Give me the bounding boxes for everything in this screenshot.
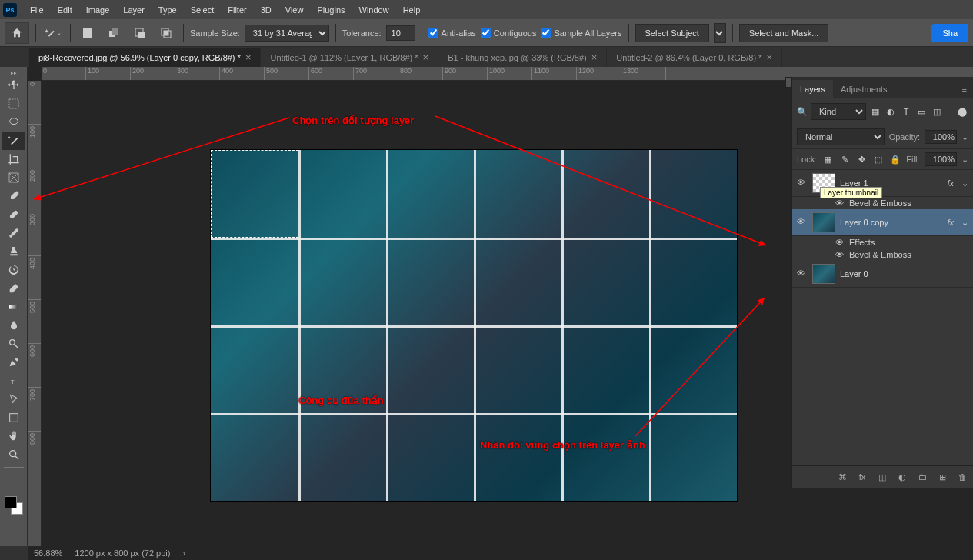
- lock-artboard-icon[interactable]: ⬚: [872, 153, 885, 165]
- blur-tool[interactable]: [2, 316, 25, 335]
- search-icon[interactable]: 🔍: [797, 107, 808, 117]
- filter-kind-select[interactable]: Kind: [811, 103, 866, 120]
- visibility-icon[interactable]: 👁: [835, 198, 845, 208]
- fx-badge[interactable]: fx: [947, 218, 954, 227]
- lock-pixels-icon[interactable]: ✎: [838, 153, 851, 165]
- filter-shape-icon[interactable]: ▭: [915, 105, 928, 118]
- type-tool[interactable]: T: [2, 372, 25, 390]
- visibility-icon[interactable]: 👁: [835, 250, 845, 259]
- menu-plugins[interactable]: Plugins: [310, 2, 352, 18]
- marquee-tool[interactable]: [2, 95, 25, 113]
- menu-window[interactable]: Window: [352, 2, 396, 18]
- panels-collapse-icon[interactable]: [785, 77, 791, 88]
- crop-tool[interactable]: [2, 150, 25, 168]
- path-select-tool[interactable]: [2, 390, 25, 408]
- healing-tool[interactable]: [2, 205, 25, 224]
- selection-intersect-icon[interactable]: [155, 24, 177, 42]
- layer-row[interactable]: 👁 Layer 0: [792, 261, 973, 288]
- menu-file[interactable]: File: [23, 2, 51, 18]
- selection-subtract-icon[interactable]: [129, 24, 151, 42]
- opacity-input[interactable]: [925, 130, 957, 144]
- close-icon[interactable]: ×: [591, 52, 598, 63]
- link-layers-icon[interactable]: ⌘: [836, 471, 848, 483]
- tab-adjustments[interactable]: Adjustments: [833, 80, 895, 98]
- lock-transparency-icon[interactable]: ▦: [821, 153, 834, 165]
- tab-layers[interactable]: Layers: [792, 80, 833, 98]
- magic-wand-tool[interactable]: [2, 132, 25, 150]
- filter-pixel-icon[interactable]: ▦: [869, 105, 881, 118]
- doc-tab-3[interactable]: B1 - khung xep.jpg @ 33% (RGB/8#)×: [438, 48, 607, 67]
- palette-expand-handle[interactable]: ▸▸: [0, 70, 27, 76]
- delete-layer-icon[interactable]: 🗑: [956, 471, 968, 483]
- select-and-mask-button[interactable]: Select and Mask...: [739, 24, 829, 42]
- contiguous-checkbox[interactable]: Contiguous: [481, 28, 537, 38]
- select-subject-button[interactable]: Select Subject: [635, 24, 709, 42]
- panel-menu-icon[interactable]: ≡: [956, 80, 973, 98]
- brush-tool[interactable]: [2, 224, 25, 242]
- dodge-tool[interactable]: [2, 335, 25, 353]
- eyedropper-tool[interactable]: [2, 187, 25, 205]
- doc-tab-1[interactable]: pi8-Recovered.jpg @ 56.9% (Layer 0 copy,…: [29, 48, 261, 67]
- visibility-icon[interactable]: 👁: [797, 178, 808, 188]
- visibility-icon[interactable]: 👁: [797, 268, 808, 279]
- menu-layer[interactable]: Layer: [116, 2, 152, 18]
- pen-tool[interactable]: [2, 353, 25, 372]
- color-swatch[interactable]: [5, 496, 23, 515]
- chevron-down-icon[interactable]: ⌄: [961, 218, 968, 228]
- filter-type-icon[interactable]: T: [900, 105, 912, 118]
- zoom-level[interactable]: 56.88%: [34, 548, 62, 558]
- layer-mask-icon[interactable]: ◫: [876, 471, 888, 483]
- visibility-icon[interactable]: 👁: [835, 238, 845, 247]
- layer-row[interactable]: 👁 Layer 0 copy fx ⌄: [792, 209, 973, 236]
- layer-thumbnail[interactable]: [812, 264, 835, 284]
- chevron-down-icon[interactable]: ⌄: [961, 155, 968, 165]
- selection-add-icon[interactable]: [103, 24, 125, 42]
- chevron-down-icon[interactable]: ⌄: [961, 132, 968, 142]
- close-icon[interactable]: ×: [245, 52, 252, 63]
- menu-type[interactable]: Type: [152, 2, 184, 18]
- zoom-tool[interactable]: [2, 445, 25, 464]
- adjustment-layer-icon[interactable]: ◐: [896, 471, 908, 483]
- blend-mode-select[interactable]: Normal: [797, 128, 885, 145]
- filter-toggle-icon[interactable]: ⬤: [956, 105, 968, 118]
- new-layer-icon[interactable]: ⊞: [936, 471, 948, 483]
- stamp-tool[interactable]: [2, 242, 25, 261]
- layer-name[interactable]: Layer 0: [840, 269, 868, 278]
- layer-style-icon[interactable]: fx: [856, 471, 868, 483]
- lock-all-icon[interactable]: 🔒: [889, 153, 901, 165]
- menu-select[interactable]: Select: [184, 2, 222, 18]
- filter-smart-icon[interactable]: ◫: [931, 105, 943, 118]
- chevron-down-icon[interactable]: ⌄: [961, 178, 968, 188]
- select-subject-dropdown[interactable]: [714, 23, 726, 43]
- tolerance-input[interactable]: [386, 25, 415, 41]
- selection-new-icon[interactable]: [77, 24, 98, 42]
- menu-filter[interactable]: Filter: [221, 2, 253, 18]
- document-artboard[interactable]: Công cụ đũa thần Nhân đôi vùng chọn trên…: [211, 150, 737, 501]
- menu-3d[interactable]: 3D: [254, 2, 278, 18]
- hand-tool[interactable]: [2, 427, 25, 445]
- menu-edit[interactable]: Edit: [51, 2, 79, 18]
- edit-toolbar-button[interactable]: ⋯: [2, 473, 25, 492]
- fill-input[interactable]: [925, 152, 957, 166]
- layer-group-icon[interactable]: 🗀: [916, 471, 928, 483]
- fx-badge[interactable]: fx: [947, 178, 954, 188]
- menu-image[interactable]: Image: [79, 2, 117, 18]
- magic-wand-tool-icon[interactable]: ⌄: [42, 24, 64, 42]
- sample-all-checkbox[interactable]: Sample All Layers: [541, 28, 621, 38]
- layer-effect-row[interactable]: 👁Bevel & Emboss: [792, 197, 973, 209]
- shape-tool[interactable]: [2, 408, 25, 427]
- doc-tab-2[interactable]: Untitled-1 @ 112% (Layer 1, RGB/8#) *×: [261, 48, 438, 67]
- layer-row[interactable]: 👁 Layer 1 fx ⌄ Layer thumbnail: [792, 170, 973, 197]
- share-button[interactable]: Sha: [931, 24, 968, 42]
- eraser-tool[interactable]: [2, 279, 25, 298]
- lasso-tool[interactable]: [2, 113, 25, 132]
- doc-tab-4[interactable]: Untitled-2 @ 86.4% (Layer 0, RGB/8) *×: [607, 48, 782, 67]
- sample-size-select[interactable]: 31 by 31 Average: [245, 25, 329, 42]
- chevron-right-icon[interactable]: ›: [182, 548, 185, 558]
- doc-info[interactable]: 1200 px x 800 px (72 ppi): [75, 548, 170, 558]
- layer-name[interactable]: Layer 0 copy: [840, 218, 888, 227]
- ruler-vertical[interactable]: 0100200300400500600700800: [28, 81, 42, 546]
- menu-view[interactable]: View: [278, 2, 311, 18]
- frame-tool[interactable]: [2, 168, 25, 187]
- layer-effect-row[interactable]: 👁Effects: [792, 236, 973, 248]
